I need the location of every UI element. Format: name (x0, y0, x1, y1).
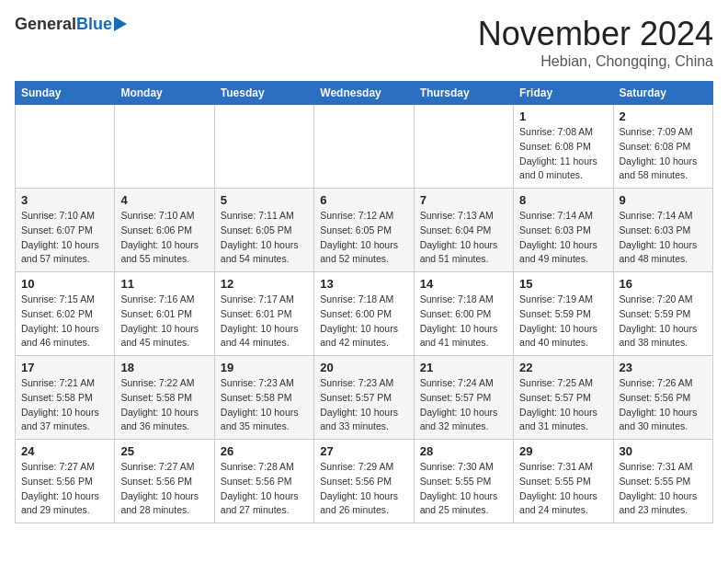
day-number: 20 (320, 361, 407, 374)
day-info: Sunrise: 7:11 AM Sunset: 6:05 PM Dayligh… (221, 209, 308, 267)
day-info: Sunrise: 7:21 AM Sunset: 5:58 PM Dayligh… (21, 376, 108, 434)
calendar-cell: 11Sunrise: 7:16 AM Sunset: 6:01 PM Dayli… (115, 272, 214, 356)
day-number: 13 (320, 277, 407, 291)
day-info: Sunrise: 7:23 AM Sunset: 5:58 PM Dayligh… (221, 376, 308, 434)
day-info: Sunrise: 7:14 AM Sunset: 6:03 PM Dayligh… (519, 209, 607, 267)
day-number: 9 (620, 193, 707, 207)
calendar-cell: 28Sunrise: 7:30 AM Sunset: 5:55 PM Dayli… (414, 440, 513, 523)
day-info: Sunrise: 7:31 AM Sunset: 5:55 PM Dayligh… (519, 460, 607, 518)
day-number: 17 (21, 361, 108, 374)
calendar-cell (214, 105, 313, 189)
day-info: Sunrise: 7:25 AM Sunset: 5:57 PM Dayligh… (519, 376, 607, 434)
calendar-cell (115, 105, 214, 189)
calendar-cell: 1Sunrise: 7:08 AM Sunset: 6:08 PM Daylig… (514, 105, 613, 189)
calendar-table: SundayMondayTuesdayWednesdayThursdayFrid… (15, 81, 713, 523)
day-number: 30 (620, 444, 707, 458)
calendar-week-row: 1Sunrise: 7:08 AM Sunset: 6:08 PM Daylig… (16, 105, 713, 189)
day-info: Sunrise: 7:10 AM Sunset: 6:06 PM Dayligh… (120, 209, 208, 267)
day-number: 4 (120, 193, 208, 207)
day-number: 22 (519, 361, 607, 374)
calendar-cell: 25Sunrise: 7:27 AM Sunset: 5:56 PM Dayli… (115, 440, 214, 523)
calendar-cell: 3Sunrise: 7:10 AM Sunset: 6:07 PM Daylig… (16, 189, 115, 272)
day-info: Sunrise: 7:27 AM Sunset: 5:56 PM Dayligh… (120, 460, 208, 518)
day-number: 6 (320, 193, 407, 207)
title-block: November 2024 Hebian, Chongqing, China (478, 15, 713, 70)
day-number: 26 (221, 444, 308, 458)
calendar-cell: 13Sunrise: 7:18 AM Sunset: 6:00 PM Dayli… (314, 272, 414, 356)
day-info: Sunrise: 7:09 AM Sunset: 6:08 PM Dayligh… (620, 125, 707, 183)
day-info: Sunrise: 7:14 AM Sunset: 6:03 PM Dayligh… (620, 209, 707, 267)
location-title: Hebian, Chongqing, China (478, 53, 713, 70)
calendar-cell: 6Sunrise: 7:12 AM Sunset: 6:05 PM Daylig… (314, 189, 414, 272)
calendar-cell: 5Sunrise: 7:11 AM Sunset: 6:05 PM Daylig… (214, 189, 313, 272)
calendar-cell: 15Sunrise: 7:19 AM Sunset: 5:59 PM Dayli… (514, 272, 613, 356)
day-info: Sunrise: 7:12 AM Sunset: 6:05 PM Dayligh… (320, 209, 407, 267)
day-info: Sunrise: 7:17 AM Sunset: 6:01 PM Dayligh… (221, 293, 308, 350)
day-info: Sunrise: 7:23 AM Sunset: 5:57 PM Dayligh… (320, 376, 407, 434)
calendar-cell: 27Sunrise: 7:29 AM Sunset: 5:56 PM Dayli… (314, 440, 414, 523)
day-number: 21 (420, 361, 507, 374)
weekday-header: Monday (115, 82, 214, 105)
day-info: Sunrise: 7:26 AM Sunset: 5:56 PM Dayligh… (620, 376, 707, 434)
calendar-cell: 8Sunrise: 7:14 AM Sunset: 6:03 PM Daylig… (514, 189, 613, 272)
day-number: 2 (620, 109, 707, 123)
day-number: 7 (420, 193, 507, 207)
calendar-cell: 18Sunrise: 7:22 AM Sunset: 5:58 PM Dayli… (115, 356, 214, 440)
weekday-header: Sunday (16, 82, 115, 105)
calendar-cell: 10Sunrise: 7:15 AM Sunset: 6:02 PM Dayli… (16, 272, 115, 356)
logo-arrow-icon (114, 17, 127, 31)
day-number: 19 (221, 361, 308, 374)
day-info: Sunrise: 7:27 AM Sunset: 5:56 PM Dayligh… (21, 460, 108, 518)
day-number: 10 (21, 277, 108, 291)
calendar-week-row: 24Sunrise: 7:27 AM Sunset: 5:56 PM Dayli… (16, 440, 713, 523)
calendar-cell: 26Sunrise: 7:28 AM Sunset: 5:56 PM Dayli… (214, 440, 313, 523)
weekday-header: Friday (514, 82, 613, 105)
day-info: Sunrise: 7:29 AM Sunset: 5:56 PM Dayligh… (320, 460, 407, 518)
day-info: Sunrise: 7:24 AM Sunset: 5:57 PM Dayligh… (420, 376, 507, 434)
calendar-cell: 12Sunrise: 7:17 AM Sunset: 6:01 PM Dayli… (214, 272, 313, 356)
calendar-week-row: 3Sunrise: 7:10 AM Sunset: 6:07 PM Daylig… (16, 189, 713, 272)
page-header: General Blue November 2024 Hebian, Chong… (15, 15, 713, 70)
day-number: 15 (519, 277, 607, 291)
calendar-cell: 21Sunrise: 7:24 AM Sunset: 5:57 PM Dayli… (414, 356, 513, 440)
weekday-header: Tuesday (214, 82, 313, 105)
calendar-cell: 19Sunrise: 7:23 AM Sunset: 5:58 PM Dayli… (214, 356, 313, 440)
calendar-header-row: SundayMondayTuesdayWednesdayThursdayFrid… (16, 82, 713, 105)
day-number: 11 (120, 277, 208, 291)
day-info: Sunrise: 7:28 AM Sunset: 5:56 PM Dayligh… (221, 460, 308, 518)
day-number: 18 (120, 361, 208, 374)
calendar-cell: 14Sunrise: 7:18 AM Sunset: 6:00 PM Dayli… (414, 272, 513, 356)
calendar-week-row: 17Sunrise: 7:21 AM Sunset: 5:58 PM Dayli… (16, 356, 713, 440)
calendar-cell: 22Sunrise: 7:25 AM Sunset: 5:57 PM Dayli… (514, 356, 613, 440)
day-info: Sunrise: 7:22 AM Sunset: 5:58 PM Dayligh… (120, 376, 208, 434)
day-info: Sunrise: 7:16 AM Sunset: 6:01 PM Dayligh… (120, 293, 208, 350)
calendar-cell (414, 105, 513, 189)
calendar-week-row: 10Sunrise: 7:15 AM Sunset: 6:02 PM Dayli… (16, 272, 713, 356)
logo: General Blue (15, 15, 127, 34)
day-info: Sunrise: 7:20 AM Sunset: 5:59 PM Dayligh… (620, 293, 707, 350)
day-number: 27 (320, 444, 407, 458)
day-info: Sunrise: 7:30 AM Sunset: 5:55 PM Dayligh… (420, 460, 507, 518)
day-number: 1 (519, 109, 607, 123)
day-number: 12 (221, 277, 308, 291)
weekday-header: Thursday (414, 82, 513, 105)
day-info: Sunrise: 7:31 AM Sunset: 5:55 PM Dayligh… (620, 460, 707, 518)
day-number: 14 (420, 277, 507, 291)
calendar-cell: 2Sunrise: 7:09 AM Sunset: 6:08 PM Daylig… (613, 105, 712, 189)
day-number: 24 (21, 444, 108, 458)
day-number: 29 (519, 444, 607, 458)
weekday-header: Wednesday (314, 82, 414, 105)
day-number: 16 (620, 277, 707, 291)
calendar-cell: 17Sunrise: 7:21 AM Sunset: 5:58 PM Dayli… (16, 356, 115, 440)
calendar-cell: 30Sunrise: 7:31 AM Sunset: 5:55 PM Dayli… (613, 440, 712, 523)
logo-blue-text: Blue (76, 15, 112, 34)
weekday-header: Saturday (613, 82, 712, 105)
calendar-cell: 24Sunrise: 7:27 AM Sunset: 5:56 PM Dayli… (16, 440, 115, 523)
logo-general-text: General (15, 15, 76, 34)
calendar-cell: 16Sunrise: 7:20 AM Sunset: 5:59 PM Dayli… (613, 272, 712, 356)
day-number: 23 (620, 361, 707, 374)
month-title: November 2024 (478, 15, 713, 53)
calendar-cell: 4Sunrise: 7:10 AM Sunset: 6:06 PM Daylig… (115, 189, 214, 272)
calendar-cell: 23Sunrise: 7:26 AM Sunset: 5:56 PM Dayli… (613, 356, 712, 440)
day-info: Sunrise: 7:18 AM Sunset: 6:00 PM Dayligh… (320, 293, 407, 350)
